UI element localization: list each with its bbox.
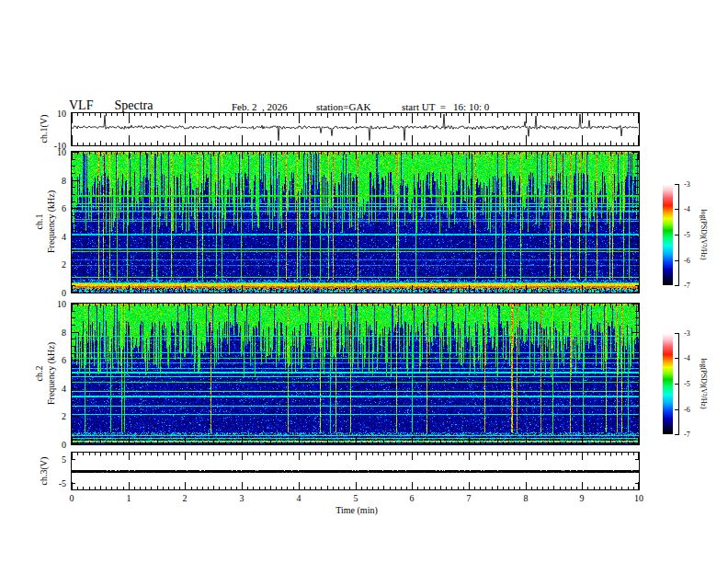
colorbar-tick — [675, 358, 679, 359]
ch2-spectrogram-canvas — [71, 303, 640, 445]
colorbar-tick-label: -7 — [684, 431, 690, 439]
y-tick-label: 2 — [37, 259, 66, 270]
colorbar-tick-label: -6 — [684, 257, 690, 265]
x-tick-label: 10 — [634, 493, 643, 503]
axis-label-ch3-volts: ch.3(V) — [39, 457, 49, 486]
y-tick-label: 8 — [37, 327, 66, 338]
x-tick-label: 0 — [70, 493, 74, 503]
x-tick-label: 8 — [524, 493, 529, 503]
colorbar-tick — [675, 434, 679, 435]
y-tick-label: 8 — [37, 176, 66, 186]
station-label: station=GAK — [316, 101, 370, 112]
y-tick-label: 10 — [37, 299, 66, 309]
axis-label-ch1-volts: ch.1(V) — [39, 115, 49, 144]
axis-label-ch1-channel: ch.1 — [34, 214, 44, 230]
colorbar-1-canvas — [663, 184, 673, 285]
axis-label-ch1-frequency: Frequency (kHz) — [46, 190, 56, 253]
colorbar-tick — [675, 333, 679, 334]
colorbar-tick-label: -5 — [684, 380, 690, 388]
colorbar-tick-label: -6 — [684, 406, 690, 414]
colorbar-tick — [675, 409, 679, 410]
colorbar-tick — [675, 260, 679, 261]
x-tick-label: 3 — [240, 493, 245, 503]
colorbar-tick-label: -3 — [684, 329, 690, 338]
colorbar-1-label: log(PSD)(V²/Hz) — [700, 209, 708, 259]
x-axis-title: Time (min) — [336, 505, 377, 515]
colorbar-tick-label: -4 — [684, 205, 690, 213]
date-label: Feb. 2 , 2026 — [232, 101, 288, 112]
ch1-spectrogram-canvas — [71, 151, 640, 293]
colorbar-tick-label: -4 — [684, 354, 690, 362]
colorbar-tick — [675, 285, 679, 286]
x-tick-label: 7 — [467, 493, 472, 503]
axis-label-ch2-frequency: Frequency (kHz) — [46, 342, 56, 405]
colorbar-tick — [675, 209, 679, 210]
ch3-waveform-canvas — [71, 452, 640, 490]
colorbar-tick-label: -3 — [684, 180, 690, 189]
y-tick-label: 0 — [37, 440, 66, 450]
vlf-spectra-figure: VLF Spectra Feb. 2 , 2026 station=GAK st… — [0, 0, 728, 563]
start-ut-label: start UT = 16: 10: 0 — [402, 101, 489, 112]
x-tick-label: 2 — [183, 493, 188, 503]
x-tick-label: 1 — [127, 493, 131, 503]
colorbar-2-canvas — [663, 333, 673, 434]
ch1-waveform-canvas — [71, 112, 640, 146]
x-tick-label: 6 — [410, 493, 415, 503]
y-tick-label: 10 — [37, 147, 66, 157]
page-title: VLF Spectra — [69, 98, 153, 113]
colorbar-2-label: log(PSD)(V²/Hz) — [700, 358, 708, 408]
y-tick-label: 2 — [37, 411, 66, 421]
colorbar-tick-label: -5 — [684, 231, 690, 239]
colorbar-tick — [675, 184, 679, 185]
x-tick-label: 4 — [297, 493, 301, 503]
y-tick-label: 0 — [37, 288, 66, 298]
colorbar-tick — [675, 235, 679, 236]
axis-label-ch2-channel: ch.2 — [34, 366, 44, 382]
x-tick-label: 9 — [580, 493, 585, 503]
colorbar-tick — [675, 384, 679, 385]
x-tick-label: 5 — [354, 493, 358, 503]
colorbar-tick-label: -7 — [684, 282, 690, 290]
